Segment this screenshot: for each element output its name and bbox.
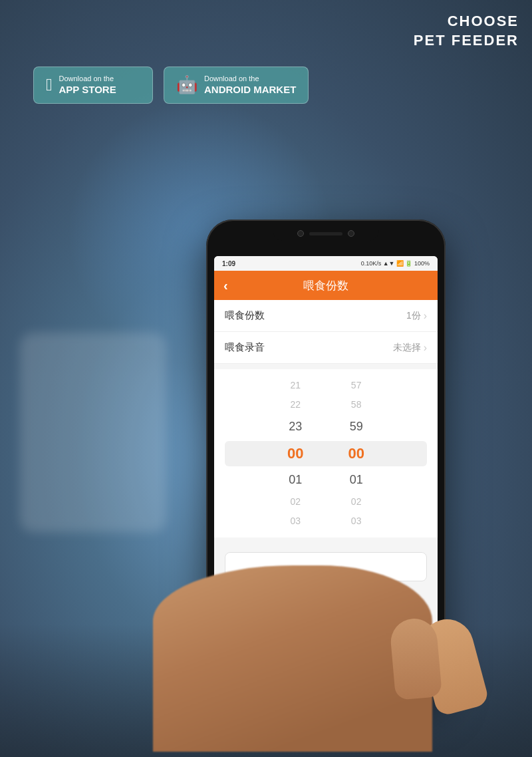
page-title: CHOOSE PET FEEDER bbox=[414, 12, 519, 50]
min-02: 02 bbox=[330, 492, 383, 512]
back-button[interactable]: ‹ bbox=[223, 278, 228, 293]
hour-02: 02 bbox=[269, 492, 322, 512]
hand-illustration bbox=[173, 552, 505, 752]
list-item-feeding-record[interactable]: 喂食录音 未选择 › bbox=[214, 332, 438, 364]
min-59: 59 bbox=[330, 414, 383, 438]
min-57: 57 bbox=[330, 376, 383, 395]
status-time: 1:09 bbox=[222, 260, 235, 267]
hour-03: 03 bbox=[269, 512, 322, 531]
bg-device-blur bbox=[20, 333, 166, 532]
chevron-icon-2: › bbox=[424, 342, 427, 354]
hour-23: 23 bbox=[269, 414, 322, 438]
min-00: 00 bbox=[330, 439, 383, 468]
appstore-text: Download on the APP STORE bbox=[59, 74, 116, 96]
list-item-feeding-amount[interactable]: 喂食份数 1份 › bbox=[214, 300, 438, 332]
hour-22: 22 bbox=[269, 395, 322, 414]
status-bar: 1:09 0.10K/s ▲▼ 📶 🔋 100% bbox=[214, 256, 438, 271]
app-header: ‹ 喂食份数 bbox=[214, 271, 438, 300]
minutes-column[interactable]: 57 58 59 00 01 02 03 bbox=[330, 376, 383, 531]
feeding-record-label: 喂食录音 bbox=[225, 341, 265, 354]
hour-00: 00 bbox=[269, 439, 322, 468]
hour-01: 01 bbox=[269, 468, 322, 492]
android-text: Download on the ANDROID MARKET bbox=[204, 74, 296, 96]
android-button[interactable]: 🤖 Download on the ANDROID MARKET bbox=[164, 67, 309, 104]
feeding-record-text: 未选择 bbox=[393, 342, 421, 354]
min-03: 03 bbox=[330, 512, 383, 531]
download-area:  Download on the APP STORE 🤖 Download o… bbox=[33, 67, 309, 104]
picker-highlight bbox=[225, 441, 427, 466]
status-icons: 0.10K/s ▲▼ 📶 🔋 100% bbox=[361, 260, 430, 267]
min-01: 01 bbox=[330, 468, 383, 492]
list-section: 喂食份数 1份 › 喂食录音 未选择 › bbox=[214, 300, 438, 364]
android-icon: 🤖 bbox=[176, 75, 198, 95]
phone-notch bbox=[273, 226, 379, 241]
feeding-amount-value: 1份 › bbox=[406, 310, 427, 322]
feeding-amount-text: 1份 bbox=[406, 310, 421, 322]
sensor bbox=[348, 230, 354, 237]
app-header-title: 喂食份数 bbox=[303, 278, 348, 293]
time-picker: 21 22 23 00 01 02 03 : 57 58 59 00 01 bbox=[214, 369, 438, 537]
min-58: 58 bbox=[330, 395, 383, 414]
feeding-amount-label: 喂食份数 bbox=[225, 309, 265, 322]
apple-icon:  bbox=[46, 75, 53, 95]
feeding-record-value: 未选择 › bbox=[393, 342, 427, 354]
speaker bbox=[309, 232, 342, 235]
hours-column[interactable]: 21 22 23 00 01 02 03 bbox=[269, 376, 322, 531]
front-camera bbox=[297, 230, 304, 237]
hour-21: 21 bbox=[269, 376, 322, 395]
chevron-icon-1: › bbox=[424, 310, 427, 322]
appstore-button[interactable]:  Download on the APP STORE bbox=[33, 67, 153, 104]
phone-wrapper: 1:09 0.10K/s ▲▼ 📶 🔋 100% ‹ 喂食份数 喂食份数 1份 … bbox=[173, 220, 505, 752]
